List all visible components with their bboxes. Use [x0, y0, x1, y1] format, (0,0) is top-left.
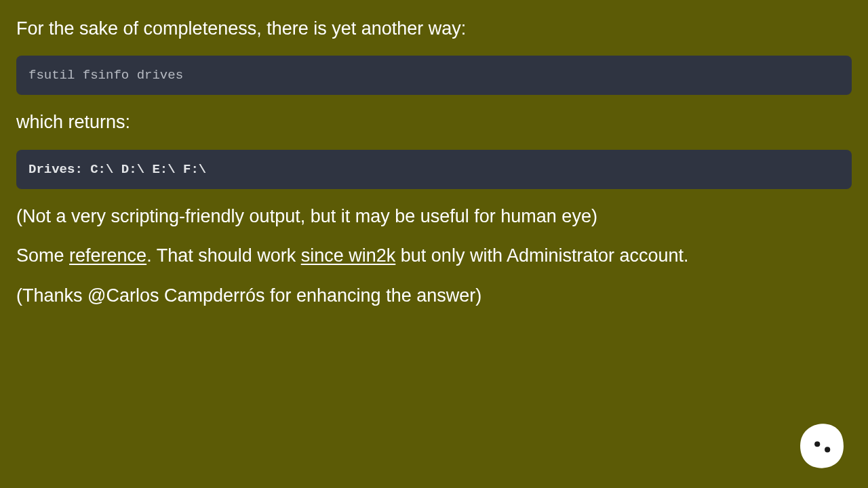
text-span: but only with Administrator account.	[395, 245, 688, 266]
svg-point-3	[825, 447, 830, 452]
intro-paragraph: For the sake of completeness, there is y…	[16, 16, 852, 41]
avatar	[799, 423, 845, 469]
thanks-paragraph: (Thanks @Carlos Campderrós for enhancing…	[16, 283, 852, 308]
text-span: Some	[16, 245, 69, 266]
since-win2k-link[interactable]: since win2k	[301, 245, 396, 266]
code-block-output: Drives: C:\ D:\ E:\ F:\	[16, 150, 852, 189]
svg-point-2	[814, 441, 820, 447]
text-span: . That should work	[146, 245, 301, 266]
code-block-command: fsutil fsinfo drives	[16, 56, 852, 95]
avatar-icon	[799, 423, 845, 469]
answer-body: For the sake of completeness, there is y…	[0, 0, 868, 308]
reference-link[interactable]: reference	[69, 245, 146, 266]
note-paragraph: (Not a very scripting-friendly output, b…	[16, 204, 852, 228]
reference-paragraph: Some reference. That should work since w…	[16, 243, 852, 268]
returns-paragraph: which returns:	[16, 110, 852, 134]
